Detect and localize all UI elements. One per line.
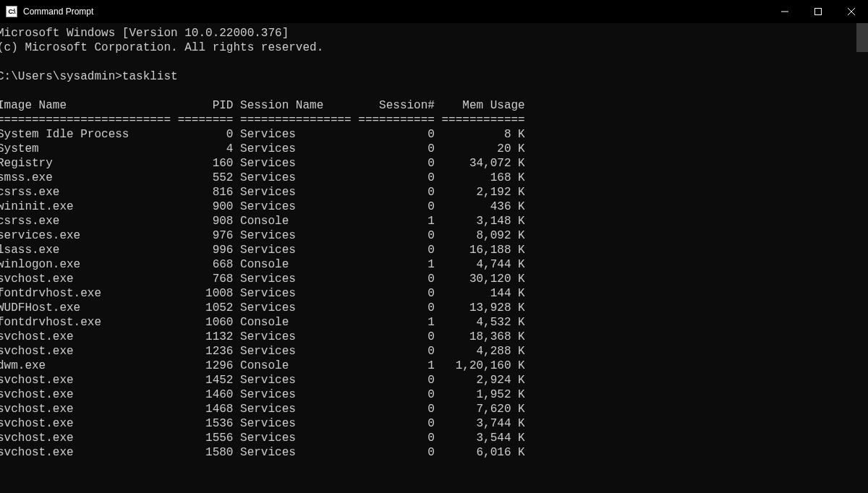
window-titlebar[interactable]: C:\ Command Prompt	[0, 0, 868, 23]
svg-rect-1	[815, 9, 822, 15]
window-controls	[768, 0, 868, 23]
window-title: Command Prompt	[23, 7, 93, 17]
vertical-scrollbar-thumb[interactable]	[856, 23, 868, 52]
minimize-button[interactable]	[768, 0, 801, 23]
cmd-icon: C:\	[6, 6, 17, 17]
vertical-scrollbar-track[interactable]	[856, 23, 868, 493]
terminal-output[interactable]: Microsoft Windows [Version 10.0.22000.37…	[0, 23, 868, 460]
close-button[interactable]	[835, 0, 868, 23]
titlebar-left: C:\ Command Prompt	[6, 6, 93, 17]
maximize-button[interactable]	[801, 0, 835, 23]
